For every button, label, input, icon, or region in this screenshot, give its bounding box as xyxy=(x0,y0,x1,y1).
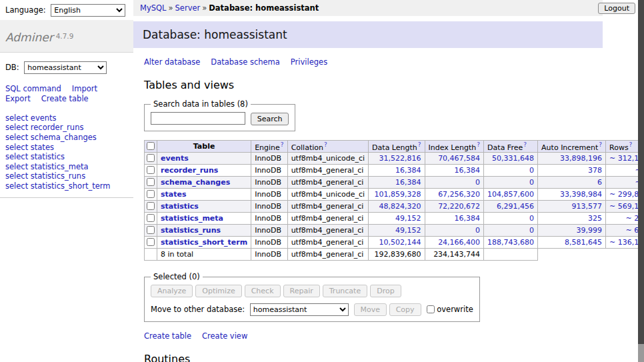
overwrite-label: overwrite xyxy=(437,305,473,314)
data-length-link[interactable]: 31,522,816 xyxy=(379,154,421,163)
sidebar-table-link[interactable]: select statistics_meta xyxy=(5,163,128,173)
sidebar-link-export[interactable]: Export xyxy=(5,94,31,103)
data-length-link[interactable]: 16,384 xyxy=(395,178,421,187)
help-icon[interactable]: ? xyxy=(599,141,602,148)
create-link-create-view[interactable]: Create view xyxy=(202,331,247,341)
bulk-optimize-button[interactable]: Optimize xyxy=(195,285,241,297)
bulk-check-button[interactable]: Check xyxy=(245,285,281,297)
data-free-link[interactable]: 6,291,456 xyxy=(497,202,534,211)
help-icon[interactable]: ? xyxy=(418,141,421,148)
auto-increment-link[interactable]: 33,398,984 xyxy=(560,190,602,199)
help-icon[interactable]: ? xyxy=(523,141,527,148)
auto-increment-link[interactable]: 913,577 xyxy=(572,202,603,211)
auto-increment-link[interactable]: 33,898,196 xyxy=(560,154,602,163)
table-name-link[interactable]: statistics_meta xyxy=(161,214,223,223)
sidebar-table-link[interactable]: select statistics xyxy=(5,153,128,163)
row-checkbox[interactable] xyxy=(147,166,155,174)
sidebar-link-sql-command[interactable]: SQL command xyxy=(5,84,61,93)
table-name-link[interactable]: schema_changes xyxy=(161,178,230,187)
table-row: statisticsInnoDButf8mb4_general_ci48,824… xyxy=(145,201,644,213)
row-checkbox[interactable] xyxy=(147,238,155,246)
auto-increment-link[interactable]: 6 xyxy=(597,178,602,187)
row-checkbox[interactable] xyxy=(147,226,155,234)
auto-increment-link[interactable]: 378 xyxy=(588,166,602,175)
data-free-link[interactable]: 104,857,600 xyxy=(487,190,534,199)
index-length-link[interactable]: 72,220,672 xyxy=(438,202,480,211)
data-free-link[interactable]: 0 xyxy=(529,178,534,187)
data-free-link[interactable]: 188,743,680 xyxy=(487,238,534,247)
create-link-create-table[interactable]: Create table xyxy=(144,331,191,341)
data-length-link[interactable]: 49,152 xyxy=(395,226,421,235)
language-select[interactable]: English xyxy=(51,4,125,17)
help-icon[interactable]: ? xyxy=(324,141,327,148)
auto-increment-link[interactable]: 325 xyxy=(588,214,602,223)
help-icon[interactable]: ? xyxy=(629,141,633,148)
auto-increment-cell: 6 xyxy=(538,177,606,189)
row-checkbox[interactable] xyxy=(147,214,155,222)
search-input[interactable] xyxy=(151,112,245,125)
db-select[interactable]: homeassistant xyxy=(24,61,107,74)
sidebar-table-link[interactable]: select statistics_short_term xyxy=(5,182,128,192)
sidebar-table-link[interactable]: select schema_changes xyxy=(5,133,128,143)
table-name-link[interactable]: statistics xyxy=(161,202,199,211)
select-all-checkbox[interactable] xyxy=(147,142,155,150)
move-db-select[interactable]: homeassistant xyxy=(250,303,349,316)
breadcrumb-mysql-link[interactable]: MySQL xyxy=(140,3,167,13)
index-length-link[interactable]: 0 xyxy=(475,226,480,235)
index-length-link[interactable]: 24,166,400 xyxy=(438,238,480,247)
table-name-link[interactable]: statistics_runs xyxy=(161,226,221,235)
scrollbar-thumb[interactable] xyxy=(638,0,644,344)
sidebar-table-link[interactable]: select recorder_runs xyxy=(5,123,128,133)
data-free-link[interactable]: 0 xyxy=(529,214,534,223)
copy-button[interactable]: Copy xyxy=(389,303,421,316)
row-checkbox[interactable] xyxy=(147,154,155,162)
bulk-repair-button[interactable]: Repair xyxy=(283,285,320,297)
engine-cell: InnoDB xyxy=(251,153,287,165)
index-length-link[interactable]: 70,467,584 xyxy=(438,154,480,163)
data-length-link[interactable]: 16,384 xyxy=(395,166,421,175)
row-checkbox[interactable] xyxy=(147,178,155,186)
scrollbar[interactable] xyxy=(638,0,644,362)
index-length-link[interactable]: 16,384 xyxy=(455,214,481,223)
breadcrumb-server-link[interactable]: Server xyxy=(175,3,201,13)
auto-increment-link[interactable]: 8,581,645 xyxy=(565,238,602,247)
db-action-link[interactable]: Alter database xyxy=(144,57,200,67)
data-length-link[interactable]: 101,859,328 xyxy=(375,190,421,199)
db-action-link[interactable]: Privileges xyxy=(291,57,327,67)
sidebar-link-import[interactable]: Import xyxy=(72,84,97,93)
data-free-link[interactable]: 0 xyxy=(529,226,534,235)
data-length-link[interactable]: 48,824,320 xyxy=(379,202,421,211)
index-length-link[interactable]: 0 xyxy=(475,178,480,187)
sidebar-table-link[interactable]: select events xyxy=(5,114,128,124)
bulk-analyze-button[interactable]: Analyze xyxy=(151,285,193,297)
table-name-link[interactable]: recorder_runs xyxy=(161,166,218,175)
help-icon[interactable]: ? xyxy=(281,141,284,148)
sidebar-link-create-table[interactable]: Create table xyxy=(41,94,89,103)
sidebar-table-link[interactable]: select states xyxy=(5,143,128,153)
search-button[interactable]: Search xyxy=(251,113,289,125)
overwrite-checkbox[interactable] xyxy=(427,305,435,313)
index-length-link[interactable]: 67,256,320 xyxy=(438,190,480,199)
data-free-link[interactable]: 50,331,648 xyxy=(492,154,534,163)
bulk-truncate-button[interactable]: Truncate xyxy=(323,285,367,297)
row-select-cell xyxy=(145,153,157,165)
db-action-link[interactable]: Database schema xyxy=(211,57,279,67)
row-checkbox[interactable] xyxy=(147,190,155,198)
row-checkbox[interactable] xyxy=(147,202,155,210)
auto-increment-cell: 33,398,984 xyxy=(538,189,606,201)
bulk-drop-button[interactable]: Drop xyxy=(370,285,401,297)
language-label: Language: xyxy=(5,5,46,15)
move-button[interactable]: Move xyxy=(354,303,387,316)
index-length-link[interactable]: 16,384 xyxy=(455,166,481,175)
data-length-link[interactable]: 10,502,144 xyxy=(379,238,421,247)
auto-increment-link[interactable]: 39,999 xyxy=(577,226,603,235)
logout-button[interactable]: Logout xyxy=(598,3,635,14)
table-row: eventsInnoDButf8mb4_unicode_ci31,522,816… xyxy=(145,153,644,165)
table-name-link[interactable]: statistics_short_term xyxy=(161,238,247,247)
help-icon[interactable]: ? xyxy=(477,141,480,148)
table-name-link[interactable]: events xyxy=(161,154,189,163)
sidebar-table-link[interactable]: select statistics_runs xyxy=(5,172,128,182)
data-free-link[interactable]: 0 xyxy=(529,166,534,175)
table-name-link[interactable]: states xyxy=(161,190,187,199)
data-length-link[interactable]: 49,152 xyxy=(395,214,421,223)
